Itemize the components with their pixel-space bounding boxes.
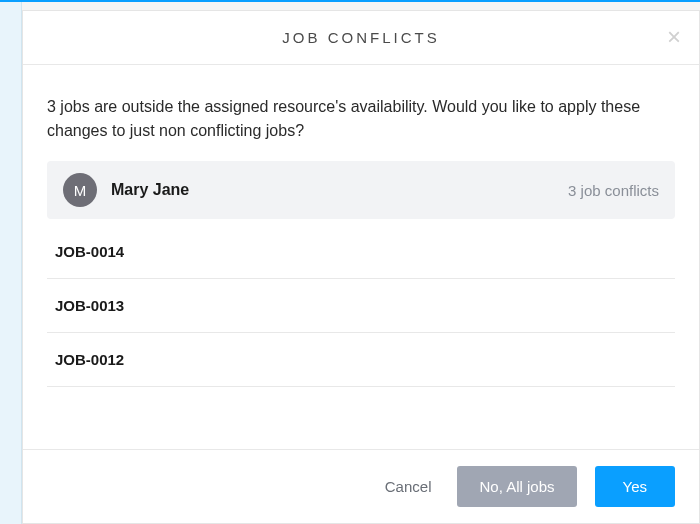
background-top-accent: [0, 0, 700, 2]
list-item: JOB-0012: [47, 333, 675, 387]
yes-button[interactable]: Yes: [595, 466, 675, 507]
list-item: JOB-0014: [47, 225, 675, 279]
job-id: JOB-0013: [55, 297, 124, 314]
modal-footer: Cancel No, All jobs Yes: [23, 449, 699, 523]
cancel-button[interactable]: Cancel: [377, 468, 440, 505]
job-id: JOB-0014: [55, 243, 124, 260]
modal-header: JOB CONFLICTS ×: [23, 11, 699, 65]
close-icon[interactable]: ×: [667, 25, 681, 49]
conflict-count: 3 job conflicts: [568, 182, 659, 199]
job-id: JOB-0012: [55, 351, 124, 368]
resource-row: M Mary Jane 3 job conflicts: [47, 161, 675, 219]
background-sidebar-strip: [0, 0, 22, 524]
modal-title: JOB CONFLICTS: [43, 29, 679, 46]
resource-left: M Mary Jane: [63, 173, 189, 207]
list-item: JOB-0013: [47, 279, 675, 333]
avatar: M: [63, 173, 97, 207]
prompt-text: 3 jobs are outside the assigned resource…: [47, 95, 675, 143]
no-all-jobs-button[interactable]: No, All jobs: [457, 466, 576, 507]
job-conflicts-modal: JOB CONFLICTS × 3 jobs are outside the a…: [22, 10, 700, 524]
modal-body: 3 jobs are outside the assigned resource…: [23, 65, 699, 449]
resource-name: Mary Jane: [111, 181, 189, 199]
